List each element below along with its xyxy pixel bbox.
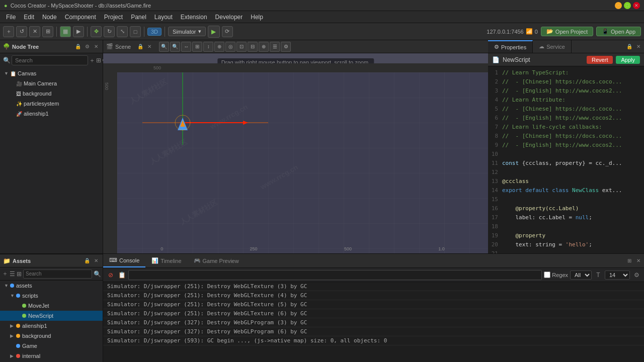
console-filter-input[interactable]: [128, 270, 542, 280]
search-asset-icon[interactable]: 🔍: [94, 269, 101, 279]
tree-item-alienship1[interactable]: 🚀 alienship1: [0, 109, 103, 119]
tab-console[interactable]: ⌨ Console: [103, 254, 145, 267]
titlebar: ● Cocos Creator - MySpaceShooter - db://…: [0, 0, 644, 11]
sort-button[interactable]: ⊞: [17, 269, 22, 279]
open-project-button[interactable]: 📂 Open Project: [541, 27, 593, 36]
simulator-dropdown[interactable]: Simulator ▾: [168, 27, 205, 36]
camera-icon: 🎥: [16, 81, 22, 86]
menu-file[interactable]: File: [2, 13, 20, 22]
move-button[interactable]: ✥: [91, 26, 102, 37]
list-view-button[interactable]: ☰: [10, 269, 15, 279]
log-level-select[interactable]: All: [570, 270, 592, 280]
tree-item-canvas[interactable]: ▼ 📋 Canvas: [0, 68, 103, 78]
node-search-input[interactable]: [12, 55, 88, 65]
lock-assets-icon[interactable]: 🔒: [84, 257, 91, 264]
asset-item-background[interactable]: ▶ background: [0, 331, 103, 341]
tree-item-background[interactable]: 🖼 background: [0, 88, 103, 99]
tab-service[interactable]: ☁ Service: [533, 40, 572, 53]
zoom-out-btn[interactable]: 🔍: [170, 42, 180, 52]
code-line-15: 15: [488, 195, 644, 204]
3d-mode-button[interactable]: 3D: [147, 28, 162, 36]
close-panel-icon[interactable]: ✕: [93, 43, 100, 50]
scene-canvas[interactable]: Drag with right mouse button to pan view…: [103, 53, 488, 253]
rotate-button[interactable]: ↻: [104, 26, 115, 37]
tab-timeline[interactable]: 📊 Timeline: [145, 254, 187, 267]
copy-console-button[interactable]: 📋: [117, 270, 126, 280]
delete-button[interactable]: ✕: [29, 26, 40, 37]
ruler-mark-500: 500: [153, 65, 161, 70]
close-scene-icon[interactable]: ✕: [146, 43, 153, 50]
scene-panel-icon: 🎬: [106, 43, 113, 50]
asset-item-newscript[interactable]: NewScript: [0, 311, 103, 321]
open-app-button[interactable]: 📱 Open App: [596, 27, 641, 36]
new-button[interactable]: ＋: [3, 26, 14, 37]
scene-tool6[interactable]: ⊡: [236, 42, 247, 52]
scene-button[interactable]: ▦: [60, 26, 71, 37]
font-size-select[interactable]: 14: [605, 270, 630, 280]
menu-panel[interactable]: Panel: [127, 13, 150, 22]
step-button[interactable]: ⟳: [222, 26, 233, 37]
scene-tool7[interactable]: ⊟: [248, 42, 258, 52]
font-up-icon[interactable]: T: [594, 270, 603, 280]
close-props-icon[interactable]: ✕: [635, 43, 642, 50]
menu-layout[interactable]: Layout: [150, 13, 177, 22]
add-asset-button[interactable]: ＋: [2, 269, 8, 279]
minimize-button[interactable]: －: [615, 2, 622, 9]
scene-tool5[interactable]: ◎: [225, 42, 235, 52]
scene-tool3[interactable]: ↕: [203, 42, 213, 52]
settings-icon[interactable]: ⚙: [84, 43, 91, 50]
asset-item-alienship1[interactable]: ▶ alienship1: [0, 321, 103, 331]
code-line-16: 16 @property(cc.Label): [488, 204, 644, 213]
menu-project[interactable]: Project: [100, 13, 127, 22]
code-line-4: 4 // Learn Attribute:: [488, 96, 644, 105]
scene-tool1[interactable]: ↔: [181, 42, 191, 52]
ip-text: 127.0.0.1:7456: [487, 29, 523, 35]
code-editor-header: 📄 NewScript Revert Apply: [488, 53, 644, 66]
scene-tool8[interactable]: ⊕: [259, 42, 269, 52]
scene-tool2[interactable]: ⊞: [192, 42, 202, 52]
close-button[interactable]: ✕: [633, 2, 640, 9]
zoom-in-btn[interactable]: 🔍: [159, 42, 169, 52]
rect-button[interactable]: □: [130, 26, 141, 37]
asset-item-movejet[interactable]: MoveJet: [0, 301, 103, 311]
asset-item-assets[interactable]: ▼ assets: [0, 281, 103, 291]
filter-icon[interactable]: ⊞: [96, 57, 101, 64]
regex-checkbox[interactable]: [544, 272, 550, 278]
menu-extension[interactable]: Extension: [177, 13, 211, 22]
grid-button[interactable]: ⊞: [42, 26, 53, 37]
menu-developer[interactable]: Developer: [211, 13, 247, 22]
menu-component[interactable]: Component: [61, 13, 100, 22]
lock-icon[interactable]: 🔒: [74, 43, 82, 50]
close-console-icon[interactable]: ✕: [635, 257, 642, 264]
expand-console-icon[interactable]: ⊞: [626, 257, 633, 264]
menu-help[interactable]: Help: [247, 13, 267, 22]
ip-display: 127.0.0.1:7456 📶 0: [487, 27, 538, 36]
game-button[interactable]: ▶: [73, 26, 84, 37]
clear-console-button[interactable]: ⊘: [106, 270, 115, 280]
maximize-button[interactable]: □: [624, 2, 631, 9]
tree-item-particlesystem[interactable]: ✨ particlesystem: [0, 99, 103, 109]
asset-item-internal[interactable]: ▶ internal: [0, 351, 103, 361]
window-title: Cocos Creator - MySpaceShooter - db://as…: [11, 3, 615, 9]
refresh-button[interactable]: ↺: [16, 26, 27, 37]
menu-node[interactable]: Node: [38, 13, 61, 22]
close-assets-icon[interactable]: ✕: [93, 257, 100, 264]
lock-props-icon[interactable]: 🔒: [626, 43, 633, 50]
asset-item-scripts[interactable]: ▼ scripts: [0, 291, 103, 301]
lock-scene-icon[interactable]: 🔒: [137, 43, 144, 50]
scene-tool10[interactable]: ⚙: [281, 42, 291, 52]
console-settings-icon[interactable]: ⚙: [632, 270, 641, 280]
tab-game-preview[interactable]: 🎮 Game Preview: [188, 254, 245, 267]
scale-button[interactable]: ⤡: [117, 26, 128, 37]
asset-search-input[interactable]: [23, 269, 92, 279]
menu-edit[interactable]: Edit: [20, 13, 38, 22]
play-button[interactable]: ▶: [208, 26, 220, 38]
scene-tool4[interactable]: ⊕: [214, 42, 224, 52]
scene-tool9[interactable]: ☰: [270, 42, 280, 52]
tree-item-main-camera[interactable]: 🎥 Main Camera: [0, 78, 103, 88]
revert-button[interactable]: Revert: [587, 56, 613, 64]
apply-button[interactable]: Apply: [616, 56, 640, 64]
asset-item-game[interactable]: Game: [0, 341, 103, 351]
add-node-icon[interactable]: ＋: [89, 56, 95, 65]
tab-properties[interactable]: ⚙ Properties: [488, 40, 533, 53]
